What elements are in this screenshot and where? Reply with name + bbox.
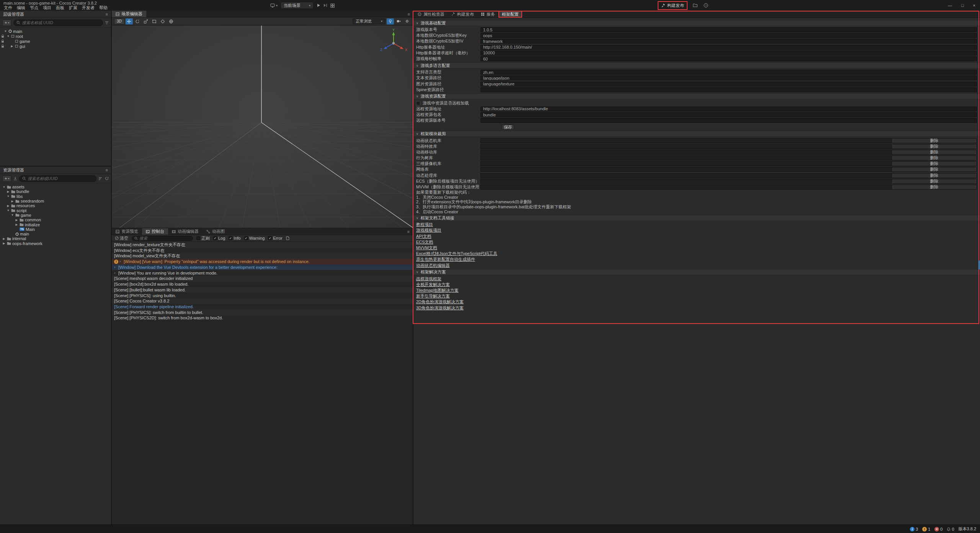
rotate-tool[interactable]	[134, 18, 141, 25]
preview-settings-icon[interactable]	[330, 3, 335, 8]
delete-module-button[interactable]: 删除	[892, 156, 977, 160]
field-input[interactable]: 60	[480, 56, 977, 61]
asset-node[interactable]: TS internal	[0, 236, 111, 241]
expand-arrow[interactable]	[7, 204, 10, 208]
section-header-language[interactable]: 游戏多语言配置	[413, 62, 980, 69]
play-button[interactable]	[317, 3, 320, 7]
expand-arrow[interactable]	[4, 29, 7, 33]
log-row[interactable]: [Scene] [box2d]:box2d wasm lib loaded.	[112, 281, 413, 287]
field-input[interactable]: framework	[480, 39, 977, 44]
field-input[interactable]: http://localhost:8083/assets/bundle	[480, 106, 977, 111]
console-filter[interactable]: Log	[213, 236, 225, 240]
axis-gizmo[interactable]: Y X Z	[379, 28, 409, 56]
mode-3d-toggle[interactable]: 3D	[114, 18, 124, 25]
axis-z-label[interactable]: Z	[380, 48, 382, 52]
log-row[interactable]: [Scene] [PHYSICS]: using builtin.	[112, 293, 413, 298]
preview-platform-button[interactable]: ▾	[270, 3, 278, 8]
log-row[interactable]: [Scene] [bullet]:bullet wasm lib loaded.	[112, 287, 413, 293]
log-row[interactable]: [Window] render_texture文件夹不存在	[112, 242, 413, 248]
delete-module-button[interactable]: 删除	[892, 144, 977, 149]
menu-item[interactable]: 帮助	[97, 5, 110, 10]
console-filter[interactable]: Warning	[244, 236, 265, 240]
section-header-solutions[interactable]: 框架解决方案	[413, 269, 980, 275]
field-input[interactable]: http://192.168.0.150/main/	[480, 45, 977, 50]
field-input[interactable]: 10000	[480, 51, 977, 56]
hierarchy-node[interactable]: game	[0, 39, 111, 44]
refresh-icon[interactable]	[105, 177, 109, 180]
menu-item[interactable]: 扩展	[67, 5, 80, 10]
expand-arrow[interactable]	[15, 218, 18, 222]
assets-menu-icon[interactable]: ≡	[106, 168, 108, 172]
log-row[interactable]: [Scene] Forward render pipeline initiali…	[112, 304, 413, 310]
save-button[interactable]: 保存	[502, 124, 514, 130]
menu-item[interactable]: 项目	[41, 5, 54, 10]
expand-arrow[interactable]	[11, 199, 14, 203]
field-input[interactable]: 1.0.5	[480, 27, 977, 32]
import-asset-icon[interactable]	[13, 177, 17, 180]
solution-link[interactable]: 2D角色扮演游戏解决方案	[416, 299, 464, 305]
expand-arrow[interactable]	[11, 213, 14, 217]
filter-checkbox[interactable]	[196, 236, 200, 240]
doc-link[interactable]: MVVM文档	[416, 245, 437, 251]
doc-link[interactable]: 游戏模板项目	[416, 227, 441, 233]
hierarchy-filter-icon[interactable]	[105, 21, 109, 25]
solution-link[interactable]: Tiledmap地图解决方案	[416, 288, 459, 293]
asset-node[interactable]: TS seedrandom	[0, 199, 111, 203]
asset-node[interactable]: TS script	[0, 208, 111, 213]
gear-icon[interactable]	[403, 18, 411, 25]
delete-module-button[interactable]: 删除	[892, 162, 977, 166]
expand-arrow[interactable]	[114, 271, 118, 275]
view-mode-select[interactable]: 正常浏览 ▾	[353, 18, 385, 24]
console-filter[interactable]: Error	[268, 236, 282, 240]
hierarchy-node[interactable]: gui	[0, 44, 111, 49]
solution-link[interactable]: 新手引导解决方案	[416, 293, 450, 299]
solution-link[interactable]: 战棋游戏框架	[416, 276, 441, 282]
field-input[interactable]: oops	[480, 33, 977, 38]
asset-node[interactable]: TS assets	[0, 185, 111, 189]
menu-item[interactable]: 编辑	[15, 5, 28, 10]
create-node-button[interactable]: +▾	[2, 20, 11, 26]
console-filter[interactable]: Info	[229, 236, 240, 240]
hierarchy-search-input[interactable]	[22, 20, 100, 25]
field-input[interactable]: language/json	[480, 75, 977, 80]
field-input[interactable]	[480, 118, 977, 123]
asset-node[interactable]: TS main	[0, 232, 111, 236]
expand-arrow[interactable]	[2, 242, 6, 245]
console-filter[interactable]: 正则	[196, 235, 210, 241]
doc-link[interactable]: 原生包热更新配置自动生成插件	[416, 257, 475, 262]
delete-module-button[interactable]: 删除	[892, 139, 977, 143]
minimize-button[interactable]: —	[948, 3, 952, 8]
doc-link[interactable]: Excel格式转Json文件与TypeScript代码工具	[416, 251, 497, 257]
log-row[interactable]: [Window] ecs文件夹不存在	[112, 248, 413, 253]
tab-service[interactable]: 服务	[477, 11, 498, 18]
lighting-toggle[interactable]	[387, 18, 394, 25]
filter-checkbox[interactable]	[213, 236, 217, 240]
menu-item[interactable]: 面板	[54, 5, 67, 10]
asset-node[interactable]: TS oops-framework	[0, 241, 111, 246]
asset-node[interactable]: TS bundle	[0, 189, 111, 194]
tab-console[interactable]: 控制台	[142, 228, 168, 235]
expand-arrow[interactable]	[7, 34, 10, 38]
doc-link[interactable]: 动画状态机编辑器	[416, 263, 450, 268]
camera-settings-icon[interactable]	[395, 18, 402, 25]
menu-item[interactable]: 节点	[28, 5, 41, 10]
tab-scene-editor[interactable]: 场景编辑器	[112, 11, 146, 17]
delete-module-button[interactable]: 删除	[892, 150, 977, 154]
log-row[interactable]: [Scene] meshopt wasm decoder initialized	[112, 276, 413, 281]
axis-x-label[interactable]: X	[405, 48, 407, 52]
log-row[interactable]: [Window] You are running Vue in developm…	[112, 270, 413, 276]
delete-module-button[interactable]: 删除	[892, 173, 977, 178]
error-count[interactable]: × 0	[934, 527, 942, 531]
filter-checkbox[interactable]	[244, 236, 248, 240]
create-asset-button[interactable]: +▾	[2, 175, 11, 182]
world-local-toggle[interactable]	[168, 18, 175, 25]
asset-node[interactable]: TS game	[0, 213, 111, 217]
expand-arrow[interactable]	[7, 195, 10, 198]
scene-menu-icon[interactable]: ≡	[408, 12, 410, 16]
asset-node[interactable]: TS resources	[0, 203, 111, 208]
project-folder-button[interactable]	[693, 3, 697, 7]
move-tool[interactable]	[126, 18, 133, 25]
log-row[interactable]: [Scene] [PHYSICS]: switch from builtin t…	[112, 309, 413, 315]
axis-y-label[interactable]: Y	[392, 28, 395, 32]
delete-module-button[interactable]: 删除	[892, 179, 977, 183]
